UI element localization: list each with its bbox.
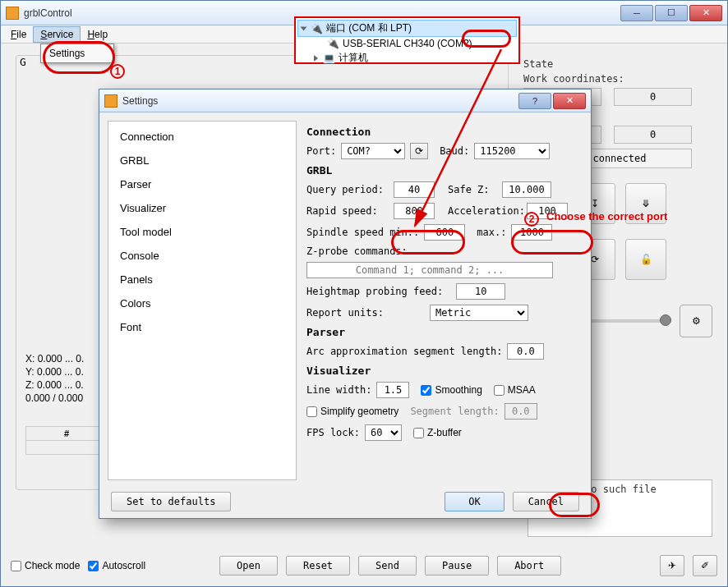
heightmap-label: Heightmap probing feed: — [306, 286, 443, 297]
pause-button[interactable]: Pause — [425, 556, 489, 576]
bottom-toolbar: Check mode Autoscroll Open Reset Send Pa… — [11, 553, 717, 578]
settings-options: Connection Port: COM? ⟳ Baud: 115200 GRB… — [305, 112, 591, 488]
slider-thumb[interactable] — [660, 314, 671, 326]
refresh-icon: ⟳ — [415, 145, 423, 157]
zero-z-icon: ↧ — [591, 198, 599, 209]
refresh-icon: ⟳ — [591, 254, 599, 265]
section-parser: Parser — [306, 326, 579, 338]
state-label: State — [523, 58, 712, 70]
table-row — [26, 441, 108, 455]
work-coords-label: Work coordinates: — [523, 73, 712, 85]
cat-visualizer[interactable]: Visualizer — [108, 196, 296, 220]
cat-colors[interactable]: Colors — [108, 291, 296, 315]
service-dropdown: Settings — [40, 44, 114, 63]
autoscroll-checkbox[interactable]: Autoscroll — [88, 560, 145, 571]
ports-node[interactable]: 🔌 端口 (COM 和 LPT) — [297, 20, 517, 37]
spindle-max-label: max.: — [477, 227, 506, 238]
cat-connection[interactable]: Connection — [108, 125, 296, 149]
send-cmd-button[interactable]: ✈ — [660, 555, 684, 576]
send-button[interactable]: Send — [358, 556, 417, 576]
cat-parser[interactable]: Parser — [108, 172, 296, 196]
zbuffer-checkbox[interactable]: Z-buffer — [413, 427, 462, 438]
accel-label: Acceleration: — [448, 205, 522, 217]
settings-close-button[interactable]: ✕ — [553, 93, 586, 109]
gear-icon: ⚙ — [692, 315, 701, 327]
msaa-checkbox[interactable]: MSAA — [494, 384, 536, 396]
probe-icon: ⤋ — [642, 198, 650, 209]
rapid-input[interactable] — [394, 203, 435, 219]
settings-titlebar: Settings ? ✕ — [99, 89, 591, 112]
col-num: # — [26, 427, 108, 441]
ok-button[interactable]: OK — [445, 492, 504, 511]
query-label: Query period: — [306, 184, 389, 195]
query-input[interactable] — [394, 181, 435, 198]
reset-button[interactable]: Reset — [286, 556, 350, 576]
work-y: 0 — [614, 88, 692, 106]
lw-input[interactable] — [376, 382, 409, 398]
close-button[interactable]: ✕ — [689, 5, 722, 21]
unlock-icon: 🔓 — [640, 254, 652, 265]
cancel-button[interactable]: Cancel — [513, 492, 579, 511]
spindle-max-input[interactable] — [511, 224, 552, 241]
fps-select[interactable]: 60 — [365, 424, 402, 441]
open-button[interactable]: Open — [219, 556, 278, 576]
computer-node[interactable]: 💻 计算机 — [297, 50, 517, 66]
menu-service[interactable]: Service — [33, 26, 81, 43]
cat-panels[interactable]: Panels — [108, 268, 296, 291]
arc-label: Arc approximation segment length: — [306, 346, 502, 357]
menu-file[interactable]: File — [4, 27, 33, 42]
port-select[interactable]: COM? — [341, 143, 405, 159]
units-select[interactable]: Metric — [430, 305, 528, 321]
settings-category-list: Connection GRBL Parser Visualizer Tool m… — [108, 121, 297, 480]
port-label: Port: — [306, 145, 336, 157]
fps-label: FPS lock: — [306, 427, 360, 438]
units-label: Report units: — [306, 307, 384, 319]
menu-settings[interactable]: Settings — [41, 44, 113, 62]
clear-console-button[interactable]: ✐ — [693, 555, 717, 576]
cat-font[interactable]: Font — [108, 315, 296, 339]
gcode-table: # — [25, 426, 108, 455]
refresh-ports-button[interactable]: ⟳ — [410, 143, 428, 159]
section-connection: Connection — [306, 126, 579, 138]
spindle-label: Spindle speed min.: — [306, 227, 419, 238]
seg-label: Segment length: — [410, 406, 499, 417]
heightmap-input[interactable] — [456, 283, 505, 300]
annotation-step1: 1 — [110, 64, 125, 79]
device-tree-panel: 🔌 端口 (COM 和 LPT) 🔌 USB-SERIAL CH340 (COM… — [294, 16, 520, 64]
arc-input[interactable] — [507, 343, 544, 360]
safez-input[interactable] — [502, 181, 551, 198]
rapid-label: Rapid speed: — [306, 205, 389, 217]
gcode-label: G — [20, 56, 26, 68]
mach-y: 0 — [614, 126, 692, 144]
check-mode-checkbox[interactable]: Check mode — [11, 560, 80, 571]
annotation-choose-text: Choose the correct port — [546, 210, 667, 222]
maximize-button[interactable]: ☐ — [655, 5, 688, 21]
settings-help-button[interactable]: ? — [518, 93, 551, 109]
section-grbl: GRBL — [306, 164, 579, 177]
baud-select[interactable]: 115200 — [474, 143, 550, 159]
abort-button[interactable]: Abort — [497, 556, 561, 576]
settings-title: Settings — [122, 95, 518, 107]
cat-grbl[interactable]: GRBL — [108, 149, 296, 172]
safez-label: Safe Z: — [448, 184, 497, 195]
settings-app-icon — [104, 94, 117, 108]
settings-gear-button[interactable]: ⚙ — [680, 305, 712, 337]
minimize-button[interactable]: ─ — [620, 5, 653, 21]
usb-serial-node[interactable]: 🔌 USB-SERIAL CH340 (COM?) — [297, 37, 517, 50]
eraser-icon: ✐ — [701, 560, 709, 571]
menu-help[interactable]: Help — [81, 27, 114, 42]
section-visualizer: Visualizer — [306, 365, 579, 377]
simplify-checkbox[interactable]: Simplify geometry — [306, 406, 399, 417]
cat-toolmodel[interactable]: Tool model — [108, 220, 296, 244]
spindle-min-input[interactable] — [424, 224, 465, 241]
baud-label: Baud: — [440, 145, 469, 157]
zprobe-input[interactable] — [306, 262, 553, 278]
settings-footer: Set to defaults OK Cancel — [99, 492, 591, 511]
lw-label: Line width: — [306, 384, 371, 396]
defaults-button[interactable]: Set to defaults — [111, 492, 231, 511]
settings-dialog: Settings ? ✕ Connection GRBL Parser Visu… — [99, 89, 592, 519]
cat-console[interactable]: Console — [108, 244, 296, 268]
app-icon — [6, 7, 19, 20]
unlock-button[interactable]: 🔓 — [625, 239, 666, 280]
smoothing-checkbox[interactable]: Smoothing — [421, 384, 481, 396]
